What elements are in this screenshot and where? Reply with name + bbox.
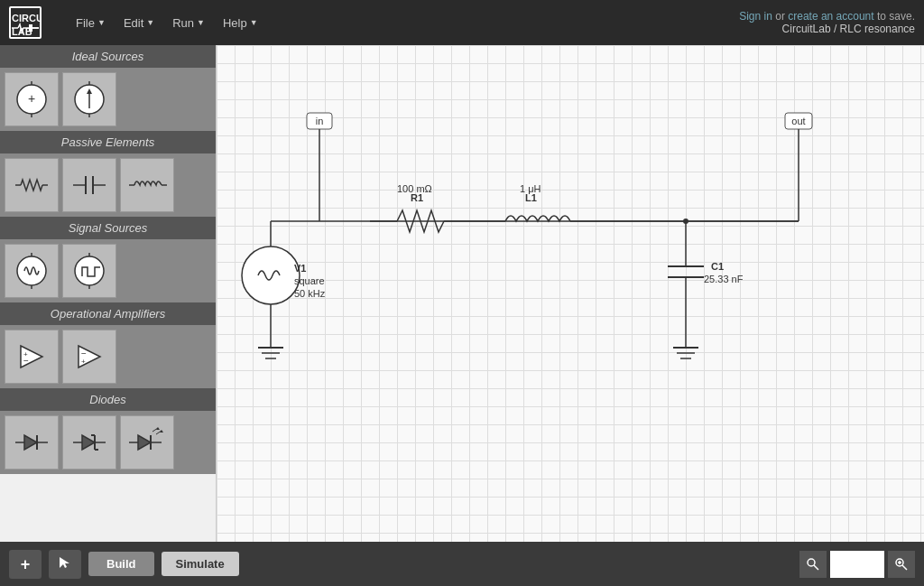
zoom-search-right-button[interactable]	[888, 551, 915, 578]
svg-text:25.33 nF: 25.33 nF	[704, 274, 744, 284]
svg-text:C1: C1	[711, 261, 724, 272]
sine-source-component[interactable]	[5, 244, 59, 298]
logo-icon: CIRCUIT LAB	[9, 6, 42, 39]
sign-in-link[interactable]: Sign in	[739, 10, 772, 23]
section-diodes: Diodes	[0, 388, 216, 474]
file-arrow-icon: ▼	[97, 18, 106, 27]
ideal-sources-header: Ideal Sources	[0, 45, 216, 68]
nav-menu: File ▼ Edit ▼ Run ▼ Help ▼	[69, 13, 265, 33]
svg-text:100 mΩ: 100 mΩ	[397, 183, 432, 194]
svg-text:V1: V1	[294, 263, 306, 274]
help-arrow-icon: ▼	[250, 18, 258, 27]
square-source-component[interactable]	[62, 244, 116, 298]
svg-marker-89	[60, 557, 69, 568]
passive-elements-header: Passive Elements	[0, 131, 216, 153]
nav-run[interactable]: Run ▼	[165, 13, 212, 33]
capacitor-component[interactable]	[62, 158, 116, 212]
inductor-component[interactable]	[120, 158, 174, 212]
topbar: CIRCUIT LAB File ▼ Edit ▼ Run ▼ Help ▼	[0, 0, 924, 45]
svg-marker-36	[24, 435, 37, 450]
breadcrumb: CircuitLab / RLC resonance	[739, 23, 915, 35]
zener-component[interactable]	[62, 415, 116, 470]
main-layout: Ideal Sources +	[0, 45, 924, 586]
sidebar: Ideal Sources +	[0, 45, 217, 586]
svg-text:in: in	[316, 116, 324, 126]
diodes-grid	[0, 411, 216, 474]
svg-marker-40	[82, 435, 95, 450]
ideal-sources-grid: +	[0, 68, 216, 131]
voltage-source-component[interactable]: +	[5, 72, 59, 126]
circuit-diagram: in out V1 square 50 kHz	[217, 45, 924, 586]
zoom-input[interactable]: 80%	[830, 551, 884, 578]
opamp-component[interactable]: + −	[5, 330, 59, 384]
svg-text:square: square	[294, 275, 325, 286]
nav-edit[interactable]: Edit ▼	[116, 13, 162, 33]
auth-text: Sign in or create an account to save.	[739, 10, 915, 23]
bottombar: + Build Simulate 80%	[0, 542, 924, 586]
op-amps-grid: + − − +	[0, 325, 216, 388]
led-component[interactable]	[120, 415, 174, 470]
svg-point-57	[242, 246, 300, 304]
signal-sources-grid	[0, 239, 216, 302]
section-signal-sources: Signal Sources	[0, 217, 216, 302]
passive-elements-grid	[0, 153, 216, 217]
svg-text:50 kHz: 50 kHz	[294, 288, 326, 299]
svg-text:−: −	[23, 356, 29, 366]
svg-line-93	[902, 565, 907, 570]
signal-sources-header: Signal Sources	[0, 217, 216, 239]
run-arrow-icon: ▼	[197, 18, 205, 27]
select-button[interactable]	[49, 550, 81, 579]
svg-text:out: out	[791, 116, 805, 126]
current-source-component[interactable]	[62, 72, 116, 126]
section-passive-elements: Passive Elements	[0, 131, 216, 217]
resistor-component[interactable]	[5, 158, 59, 212]
svg-marker-46	[138, 435, 151, 450]
svg-text:CIRCUIT: CIRCUIT	[12, 13, 40, 23]
nav-file[interactable]: File ▼	[69, 13, 113, 33]
zoom-area: 80%	[799, 551, 915, 578]
diodes-header: Diodes	[0, 388, 216, 411]
section-op-amps: Operational Amplifiers + − − +	[0, 302, 216, 388]
logo-area: CIRCUIT LAB	[9, 6, 42, 39]
section-ideal-sources: Ideal Sources +	[0, 45, 216, 131]
svg-point-26	[75, 256, 104, 285]
build-button[interactable]: Build	[88, 552, 154, 576]
op-amps-header: Operational Amplifiers	[0, 302, 216, 325]
svg-line-91	[814, 565, 818, 570]
svg-text:LAB: LAB	[12, 26, 32, 35]
svg-text:1 μH: 1 μH	[520, 183, 541, 194]
svg-text:+: +	[81, 358, 86, 366]
add-button[interactable]: +	[9, 550, 42, 579]
canvas-area[interactable]: in out V1 square 50 kHz	[217, 45, 924, 586]
create-account-link[interactable]: create an account	[788, 10, 873, 23]
auth-area: Sign in or create an account to save. Ci…	[739, 10, 915, 35]
zoom-search-left-button[interactable]	[799, 551, 827, 578]
opamp-inv-component[interactable]: − +	[62, 330, 116, 384]
edit-arrow-icon: ▼	[146, 18, 154, 27]
nav-help[interactable]: Help ▼	[216, 13, 265, 33]
svg-point-90	[808, 559, 815, 566]
simulate-button[interactable]: Simulate	[162, 552, 239, 576]
diode-component[interactable]	[5, 415, 59, 470]
svg-text:+: +	[28, 91, 35, 106]
